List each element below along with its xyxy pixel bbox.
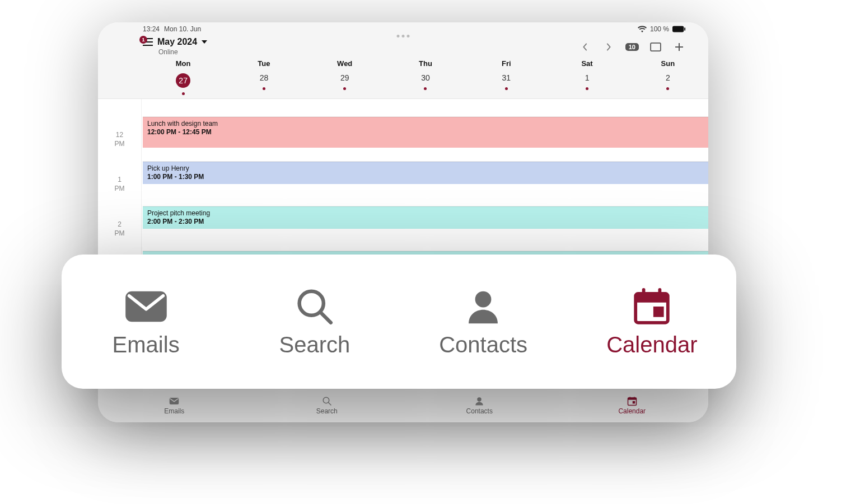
svg-point-7 — [478, 397, 482, 402]
hour-label: 1PM — [98, 162, 142, 206]
event-dot-icon — [424, 87, 427, 90]
status-time: 13:24 — [143, 25, 160, 33]
nav-emails[interactable]: Emails — [98, 388, 251, 422]
header-subtitle: Online — [158, 48, 207, 56]
wifi-icon — [638, 26, 647, 32]
day-col-fri[interactable]: Fri 31 — [466, 59, 546, 95]
hour-row — [143, 99, 708, 117]
nav-search[interactable]: Search — [251, 388, 404, 422]
nav-contacts[interactable]: Contacts — [439, 286, 527, 357]
mail-icon — [124, 286, 169, 327]
search-icon — [292, 286, 337, 327]
mail-icon — [169, 396, 179, 406]
svg-point-16 — [475, 291, 492, 307]
hour-label: 12PM — [98, 117, 142, 162]
next-button[interactable] — [602, 40, 615, 54]
hour-label-spacer — [98, 99, 142, 117]
event-dot-icon — [263, 87, 265, 90]
svg-rect-1 — [684, 27, 685, 31]
drag-handle-icon — [397, 35, 410, 37]
calendar-icon — [629, 286, 674, 327]
event-block[interactable]: Pick up Henry 1:00 PM - 1:30 PM — [143, 162, 708, 184]
menu-badge: 1 — [139, 36, 147, 44]
svg-point-5 — [323, 397, 329, 403]
event-dot-icon — [666, 87, 669, 90]
hour-row: Lunch with design team 12:00 PM - 12:45 … — [143, 117, 708, 162]
enlarged-nav-overlay: Emails Search Contacts Calendar — [62, 255, 736, 389]
header-title[interactable]: May 2024 — [157, 37, 197, 47]
menu-icon[interactable]: 1 — [143, 38, 153, 46]
day-col-wed[interactable]: Wed 29 — [305, 59, 385, 95]
nav-calendar[interactable]: Calendar — [556, 388, 709, 422]
event-dot-icon — [182, 92, 185, 95]
svg-rect-19 — [653, 307, 664, 317]
svg-line-6 — [328, 402, 331, 405]
day-col-sun[interactable]: Sun 2 — [628, 59, 708, 95]
svg-rect-18 — [636, 293, 669, 302]
status-bar: 13:24 Mon 10. Jun 100 % — [98, 22, 708, 36]
status-date: Mon 10. Jun — [164, 25, 201, 33]
day-col-sat[interactable]: Sat 1 — [546, 59, 627, 95]
add-button[interactable] — [672, 40, 686, 54]
event-dot-icon — [505, 87, 508, 90]
battery-icon — [672, 26, 686, 32]
app-header: 1 May 2024 Online 10 — [98, 36, 708, 56]
nav-search[interactable]: Search — [279, 286, 350, 357]
svg-line-15 — [320, 312, 331, 323]
nav-emails[interactable]: Emails — [113, 286, 180, 357]
event-block[interactable]: Project pitch meeting 2:00 PM - 2:30 PM — [143, 206, 708, 229]
event-block[interactable]: Lunch with design team 12:00 PM - 12:45 … — [143, 117, 708, 148]
prev-button[interactable] — [578, 40, 592, 54]
days-header: Mon 27 Tue 28 Wed 29 Thu 30 Fri 31 Sat 1 — [98, 56, 708, 99]
count-pill[interactable]: 10 — [625, 43, 639, 51]
person-icon — [474, 396, 484, 406]
person-icon — [461, 286, 506, 327]
svg-rect-0 — [672, 26, 684, 32]
event-dot-icon — [343, 87, 346, 90]
nav-calendar[interactable]: Calendar — [606, 286, 697, 357]
day-col-thu[interactable]: Thu 30 — [385, 59, 466, 95]
nav-contacts[interactable]: Contacts — [403, 388, 556, 422]
hour-row: Pick up Henry 1:00 PM - 1:30 PM — [143, 162, 708, 206]
day-col-mon[interactable]: Mon 27 — [143, 59, 223, 95]
calendar-icon — [627, 396, 637, 406]
event-dot-icon — [586, 87, 588, 90]
svg-rect-10 — [633, 401, 635, 404]
view-toggle-button[interactable] — [649, 40, 662, 54]
search-icon — [322, 396, 332, 406]
device-bottom-nav: Emails Search Contacts Calendar — [98, 388, 708, 422]
day-col-tue[interactable]: Tue 28 — [223, 59, 304, 95]
hour-row: Project pitch meeting 2:00 PM - 2:30 PM — [143, 206, 708, 251]
hour-label: 2PM — [98, 206, 142, 251]
dropdown-caret-icon[interactable] — [202, 40, 207, 44]
battery-percent: 100 % — [650, 25, 669, 33]
svg-rect-9 — [628, 398, 636, 400]
